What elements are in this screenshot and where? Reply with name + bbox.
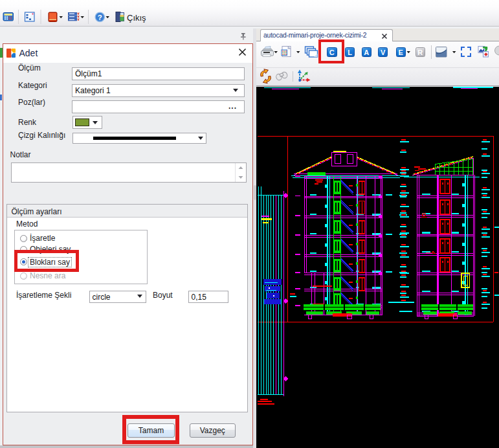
- svg-text:?: ?: [98, 14, 102, 21]
